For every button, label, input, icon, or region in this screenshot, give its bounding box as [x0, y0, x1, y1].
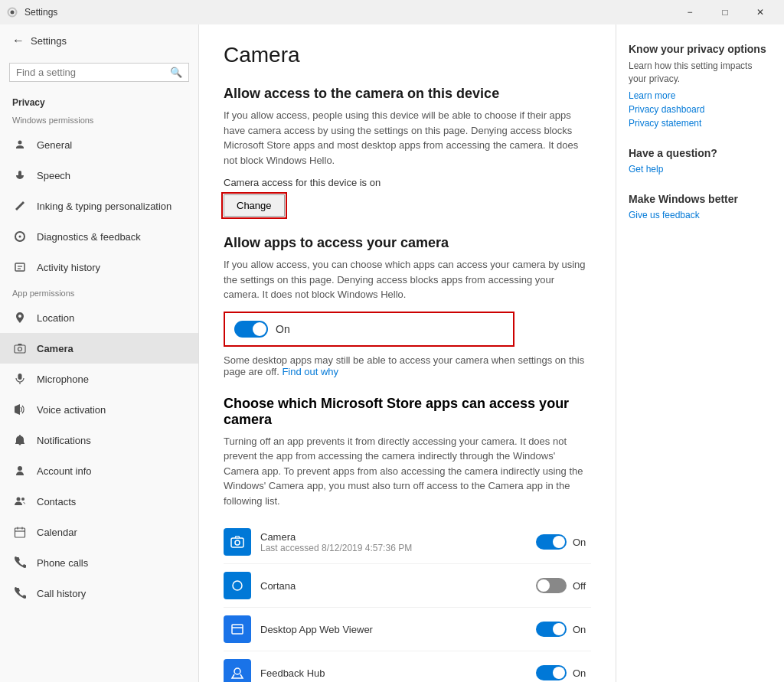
callhistory-icon: [12, 586, 28, 601]
desktop-web-viewer-toggle-area: On: [536, 622, 591, 637]
sidebar-item-callhistory-label: Call history: [37, 588, 86, 599]
svg-rect-7: [15, 345, 25, 353]
camera-app-sub: Last accessed 8/12/2019 4:57:36 PM: [260, 543, 527, 553]
app-permissions-title: App permissions: [0, 282, 198, 302]
sidebar-item-voice[interactable]: Voice activation: [0, 394, 198, 425]
cortana-toggle[interactable]: [536, 578, 567, 593]
search-input[interactable]: [16, 67, 170, 78]
feedback-hub-icon: [224, 659, 251, 682]
sidebar-item-phonecalls[interactable]: Phone calls: [0, 547, 198, 578]
title-bar: Settings − □ ✕: [0, 0, 784, 24]
svg-point-13: [21, 498, 24, 501]
choose-apps-desc: Turning off an app prevents it from dire…: [224, 434, 591, 509]
give-feedback-link[interactable]: Give us feedback: [629, 210, 772, 220]
learn-more-link[interactable]: Learn more: [629, 90, 772, 101]
camera-icon: [12, 341, 28, 356]
get-help-link[interactable]: Get help: [629, 164, 772, 175]
sidebar-item-contacts-label: Contacts: [37, 496, 76, 507]
sidebar-item-camera[interactable]: Camera: [0, 333, 198, 364]
activity-icon: [12, 259, 28, 275]
sidebar-item-notifications-label: Notifications: [37, 435, 91, 446]
choose-apps-title: Choose which Microsoft Store apps can ac…: [224, 396, 591, 428]
privacy-dashboard-link[interactable]: Privacy dashboard: [629, 104, 772, 115]
have-question-section: Have a question? Get help: [629, 147, 772, 175]
make-windows-better-section: Make Windows better Give us feedback: [629, 193, 772, 220]
desktop-web-viewer-name: Desktop App Web Viewer: [260, 624, 527, 635]
svg-rect-9: [18, 374, 22, 380]
settings-icon: [6, 6, 18, 18]
desktop-web-viewer-toggle-status: On: [573, 624, 591, 635]
sidebar-item-inking-label: Inking & typing personalization: [37, 201, 172, 212]
sidebar-item-speech[interactable]: Speech: [0, 160, 198, 191]
close-button[interactable]: ✕: [743, 0, 778, 24]
minimize-button[interactable]: −: [672, 0, 707, 24]
svg-point-20: [233, 581, 242, 590]
svg-point-3: [19, 236, 21, 238]
sidebar-item-accountinfo-label: Account info: [37, 465, 92, 477]
sidebar-item-diagnostics[interactable]: Diagnostics & feedback: [0, 221, 198, 252]
sidebar-item-accountinfo[interactable]: Account info: [0, 455, 198, 486]
sidebar-item-inking[interactable]: Inking & typing personalization: [0, 191, 198, 221]
sidebar-item-activity-label: Activity history: [37, 262, 100, 273]
find-out-why-link[interactable]: Find out why: [282, 366, 338, 377]
desktop-web-viewer-toggle[interactable]: [536, 622, 567, 637]
title-bar-title: Settings: [24, 7, 57, 18]
know-privacy-desc: Learn how this setting impacts your priv…: [629, 60, 772, 86]
make-windows-better-title: Make Windows better: [629, 193, 772, 205]
sidebar-item-calendar[interactable]: Calendar: [0, 517, 198, 547]
sidebar-item-notifications[interactable]: Notifications: [0, 425, 198, 455]
search-icon: 🔍: [170, 67, 182, 78]
sidebar: ← Settings 🔍 Privacy Windows permissions…: [0, 24, 199, 682]
windows-permissions-title: Windows permissions: [0, 113, 198, 129]
sidebar-item-general[interactable]: General: [0, 129, 198, 160]
sidebar-item-phonecalls-label: Phone calls: [37, 557, 88, 569]
desktop-note: Some desktop apps may still be able to a…: [224, 354, 591, 377]
have-question-title: Have a question?: [629, 147, 772, 159]
voice-icon: [12, 402, 28, 417]
app-list: Camera Last accessed 8/12/2019 4:57:36 P…: [224, 520, 591, 682]
know-privacy-section: Know your privacy options Learn how this…: [629, 43, 772, 129]
camera-app-toggle-area: On: [536, 534, 591, 550]
location-icon: [12, 310, 28, 325]
svg-point-11: [18, 466, 22, 471]
sidebar-item-microphone[interactable]: Microphone: [0, 364, 198, 394]
cortana-info: Cortana: [260, 580, 527, 592]
sidebar-item-voice-label: Voice activation: [37, 404, 106, 416]
accountinfo-icon: [12, 463, 28, 478]
sidebar-item-camera-label: Camera: [37, 343, 74, 354]
svg-marker-10: [15, 404, 20, 415]
app-row-camera: Camera Last accessed 8/12/2019 4:57:36 P…: [224, 520, 591, 564]
app-row-desktop-web-viewer: Desktop App Web Viewer On: [224, 608, 591, 651]
app-container: ← Settings 🔍 Privacy Windows permissions…: [0, 24, 784, 682]
right-panel: Know your privacy options Learn how this…: [616, 24, 784, 682]
allow-apps-toggle[interactable]: [234, 321, 268, 338]
svg-rect-18: [231, 538, 243, 547]
privacy-section-title: Privacy: [0, 88, 198, 113]
sidebar-back-label: Settings: [31, 35, 67, 47]
camera-app-name: Camera: [260, 531, 527, 543]
sidebar-item-contacts[interactable]: Contacts: [0, 486, 198, 517]
change-button[interactable]: Change: [224, 194, 285, 217]
camera-app-info: Camera Last accessed 8/12/2019 4:57:36 P…: [260, 531, 527, 553]
camera-app-toggle[interactable]: [536, 534, 567, 550]
main-content: Camera Allow access to the camera on thi…: [199, 24, 616, 682]
phonecalls-icon: [12, 555, 28, 570]
diagnostics-icon: [12, 229, 28, 244]
app-row-cortana: Cortana Off: [224, 564, 591, 608]
maximize-button[interactable]: □: [707, 0, 743, 24]
privacy-statement-link[interactable]: Privacy statement: [629, 118, 772, 129]
sidebar-item-callhistory[interactable]: Call history: [0, 578, 198, 609]
sidebar-item-location[interactable]: Location: [0, 302, 198, 333]
camera-app-toggle-status: On: [573, 537, 591, 548]
sidebar-search-box[interactable]: 🔍: [9, 63, 189, 82]
feedback-hub-toggle-area: On: [536, 665, 591, 680]
desktop-web-viewer-info: Desktop App Web Viewer: [260, 624, 527, 635]
allow-device-section: Allow access to the camera on this devic…: [224, 86, 591, 235]
title-bar-controls: − □ ✕: [672, 0, 778, 24]
sidebar-back-button[interactable]: ← Settings: [0, 24, 198, 57]
sidebar-item-microphone-label: Microphone: [37, 374, 89, 385]
sidebar-item-activity[interactable]: Activity history: [0, 252, 198, 282]
allow-apps-toggle-row: On: [224, 312, 514, 347]
feedback-hub-toggle[interactable]: [536, 665, 567, 680]
cortana-toggle-status: Off: [573, 580, 591, 592]
